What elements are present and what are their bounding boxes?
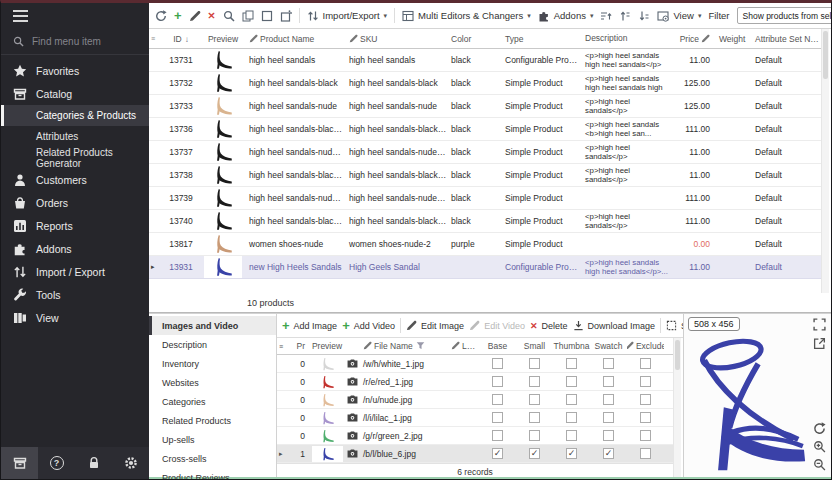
sidebar-search[interactable] [1,29,149,55]
import-export-menu[interactable]: Import/Export ▾ [307,10,388,22]
table-row-selected[interactable]: ▸ 13931 new High Heels Sandals High Geel… [149,256,821,279]
table-row[interactable]: 13731 high heel sandals high heel sandal… [149,49,821,72]
image-row[interactable]: 0 /r/e/red_1.jpg [277,373,673,391]
tab-related-products[interactable]: Related Products [149,411,276,430]
delete-image-button[interactable]: ✕Delete [530,321,568,331]
help-button[interactable]: ? [38,447,75,479]
add-video-button[interactable]: +Add Video [342,320,395,332]
base-checkbox[interactable]: ✓ [492,448,503,459]
sidebar-item-addons[interactable]: Addons [1,237,149,260]
products-grid-header[interactable]: ≡ ID↓ Preview Product Name SKU Color Typ… [149,29,821,49]
swatch-checkbox[interactable] [603,430,614,441]
sidebar-item-orders[interactable]: Orders [1,191,149,214]
table-row[interactable]: 13733 high heel sandals-nude high heel s… [149,95,821,118]
add-product-button[interactable]: + [174,10,182,22]
store-manager-button[interactable] [1,447,38,479]
open-external-icon[interactable] [813,337,826,350]
base-checkbox[interactable] [492,394,503,405]
small-checkbox[interactable]: ✓ [529,448,540,459]
tab-images-and-video[interactable]: Images and Video [149,316,276,335]
vertical-scrollbar[interactable] [673,338,681,477]
column-header-weight[interactable]: Weight [715,34,747,44]
settings-button[interactable] [112,447,149,479]
edit-video-button[interactable]: Edit Video [469,320,525,331]
edit-product-button[interactable] [189,10,201,22]
sidebar-item-favorites[interactable]: Favorites [1,59,149,82]
column-header-color[interactable]: Color [447,34,501,44]
image-row[interactable]: 0 /w/h/white_1.jpg [277,355,673,373]
move-up-button[interactable] [619,10,631,22]
small-checkbox[interactable] [529,394,540,405]
sidebar-item-catalog[interactable]: Catalog [1,82,149,105]
move-down-button[interactable] [638,10,650,22]
sidebar-item-reports[interactable]: Reports [1,214,149,237]
table-row[interactable]: 13737 high heel sandals-nude-36 high hee… [149,141,821,164]
base-checkbox[interactable] [492,376,503,387]
exclude-checkbox[interactable] [640,412,651,423]
sort-alpha-button[interactable] [600,10,612,22]
multi-editors-menu[interactable]: Multi Editors & Changers ▾ [402,10,531,22]
column-header-attribute-set[interactable]: Attribute Set Name [747,34,821,44]
small-checkbox[interactable] [529,430,540,441]
table-row[interactable]: 13732 high heel sandals-black high heel … [149,72,821,95]
exclude-checkbox[interactable] [640,448,651,459]
swatch-checkbox[interactable]: ✓ [603,448,614,459]
table-row[interactable]: 13740 high heel sandals-black-38 high he… [149,210,821,233]
column-header-price[interactable]: Price [669,34,715,44]
scrollbar-thumb[interactable] [675,340,680,370]
select-button[interactable] [261,10,273,22]
image-row[interactable]: 0 /n/u/nude.jpg [277,391,673,409]
thumbnail-checkbox[interactable] [566,430,577,441]
scrollbar-thumb[interactable] [823,31,828,79]
exclude-checkbox[interactable] [640,358,651,369]
column-header-sku[interactable]: SKU [345,34,447,44]
swatch-checkbox[interactable] [603,412,614,423]
sidebar-item-tools[interactable]: Tools [1,283,149,306]
thumbnail-checkbox[interactable] [566,412,577,423]
copy-button[interactable] [242,10,254,22]
exclude-checkbox[interactable] [640,430,651,441]
refresh-button[interactable] [155,10,167,22]
column-header-product-name[interactable]: Product Name [245,34,345,44]
images-grid-header[interactable]: ≡ Pr Preview File Name Label Base Small … [277,338,673,355]
rotate-icon[interactable] [813,422,826,435]
swatch-checkbox[interactable] [603,358,614,369]
view-menu[interactable]: View ▾ [657,10,701,22]
thumbnail-checkbox[interactable] [566,394,577,405]
sidebar-subitem-categories-products[interactable]: Categories & Products [1,105,149,126]
duplicate-button[interactable] [280,10,292,22]
tab-product-reviews[interactable]: Product Reviews [149,468,276,480]
tab-description[interactable]: Description [149,335,276,354]
lock-button[interactable] [75,447,112,479]
tab-categories[interactable]: Categories [149,392,276,411]
image-row-selected[interactable]: ▸ 1 /b/l/blue_6.jpg ✓ ✓ ✓ ✓ [277,445,673,463]
edit-image-button[interactable]: Edit Image [406,320,464,331]
add-image-button[interactable]: +Add Image [282,320,337,332]
thumbnail-checkbox[interactable]: ✓ [566,448,577,459]
zoom-out-icon[interactable] [813,458,826,471]
small-checkbox[interactable] [529,358,540,369]
filter-select[interactable]: Show products from selected categories ▾ [737,7,832,24]
search-button[interactable] [223,10,235,22]
tab-up-sells[interactable]: Up-sells [149,430,276,449]
thumbnail-checkbox[interactable] [566,376,577,387]
sidebar-item-view[interactable]: View [1,306,149,329]
vertical-scrollbar[interactable] [821,29,829,293]
swatch-checkbox[interactable] [603,394,614,405]
exclude-checkbox[interactable] [640,376,651,387]
column-header-description[interactable]: Description [581,34,669,43]
table-row[interactable]: 13736 high heel sandals-black-36 high he… [149,118,821,141]
hamburger-menu-button[interactable] [1,3,149,29]
tab-websites[interactable]: Websites [149,373,276,392]
sidebar-item-customers[interactable]: Customers [1,168,149,191]
addons-menu[interactable]: Addons ▾ [538,10,594,22]
sidebar-subitem-attributes[interactable]: Attributes [1,126,149,147]
small-checkbox[interactable] [529,376,540,387]
menu-search-input[interactable] [32,36,132,47]
sidebar-subitem-related-products-generator[interactable]: Related Products Generator [1,147,149,168]
tab-cross-sells[interactable]: Cross-sells [149,449,276,468]
column-header-preview[interactable]: Preview [201,34,245,44]
delete-product-button[interactable]: ✕ [208,10,216,21]
fullscreen-icon[interactable] [813,318,826,331]
swatch-checkbox[interactable] [603,376,614,387]
